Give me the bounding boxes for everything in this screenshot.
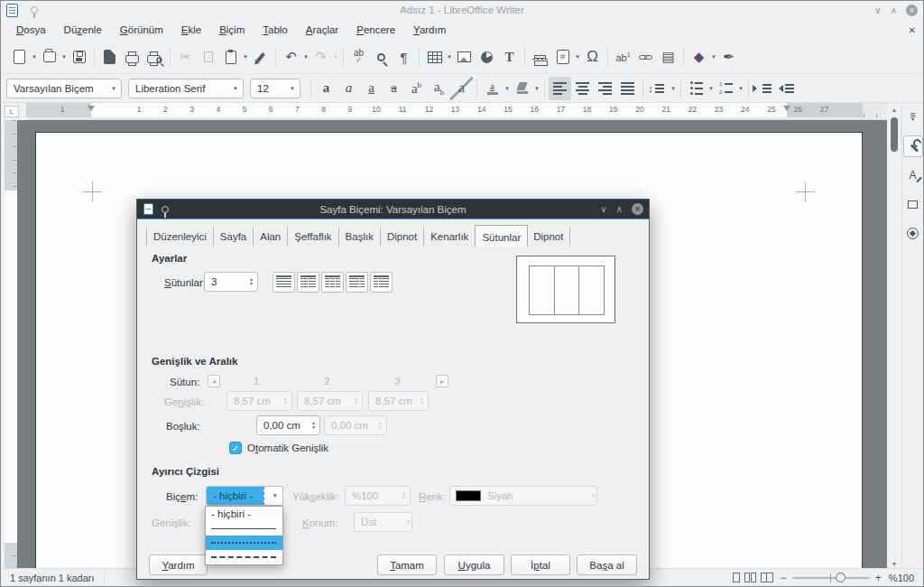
undo-button[interactable]: ↶ <box>280 45 302 69</box>
insert-footnote-button[interactable]: ab1 <box>612 45 634 69</box>
line-style-option-none[interactable]: - hiçbiri - <box>206 507 282 521</box>
menu-yardim[interactable]: Yardım <box>405 22 454 38</box>
basic-shapes-button[interactable]: ◆ <box>688 45 710 69</box>
scroll-up-icon[interactable]: ▴ <box>892 103 896 116</box>
apply-button[interactable]: Uygula <box>444 554 504 575</box>
numbered-list-dropdown[interactable]: ▾ <box>737 85 744 92</box>
highlight-color-button[interactable] <box>511 77 533 100</box>
preset-three-columns-button[interactable] <box>321 272 344 293</box>
column-next-button[interactable]: ▸ <box>436 375 448 387</box>
save-button[interactable] <box>68 45 90 69</box>
clone-formatting-button[interactable] <box>249 45 272 69</box>
subscript-button[interactable]: ab <box>428 77 450 100</box>
line-style-combobox[interactable]: - hiçbiri - ▾ <box>206 486 283 506</box>
numbered-list-button[interactable] <box>715 77 737 100</box>
align-justify-button[interactable] <box>616 77 639 100</box>
sidebar-gallery-button[interactable] <box>903 193 923 215</box>
superscript-button[interactable]: ab <box>405 77 428 100</box>
spacing-2-spinbox[interactable]: 0,00 cm▴▾ <box>324 415 387 435</box>
line-spacing-button[interactable]: ↕ <box>647 77 670 100</box>
menu-duzenle[interactable]: Düzenle <box>56 22 110 38</box>
insert-image-button[interactable] <box>453 45 476 69</box>
insert-table-button[interactable] <box>423 45 446 69</box>
menu-gorunum[interactable]: Görünüm <box>112 22 171 38</box>
tab-dipnot-1[interactable]: Dipnot <box>381 227 424 247</box>
spelling-button[interactable]: ab✓ <box>347 45 370 69</box>
menu-pencere[interactable]: Pencere <box>348 22 403 38</box>
single-page-view-button[interactable] <box>733 573 740 582</box>
special-character-button[interactable]: Ω <box>581 45 604 69</box>
menu-araclar[interactable]: Araçlar <box>298 22 346 38</box>
preset-one-column-button[interactable] <box>273 272 295 293</box>
find-replace-button[interactable] <box>370 45 393 69</box>
preset-right-wide-button[interactable] <box>370 272 393 293</box>
tab-sutunlar[interactable]: Sütunlar <box>475 225 528 247</box>
copy-button[interactable] <box>197 45 219 69</box>
horizontal-ruler[interactable]: 1 12345678910111213141516171819202122232… <box>26 103 889 120</box>
tab-stop-selector[interactable]: L <box>5 106 19 117</box>
tab-baslik[interactable]: Başlık <box>339 227 381 247</box>
multi-page-view-button[interactable] <box>744 573 756 582</box>
cancel-button[interactable]: İptal <box>511 554 570 575</box>
bullet-list-button[interactable] <box>685 77 707 100</box>
document-close-icon[interactable]: ✕ <box>909 25 916 35</box>
align-left-button[interactable] <box>549 77 571 100</box>
right-margin-marker[interactable] <box>783 106 790 115</box>
vertical-scrollbar[interactable]: ▴ ▾ <box>887 103 901 570</box>
export-pdf-button[interactable] <box>98 45 121 69</box>
help-button[interactable]: Yardım <box>149 554 208 575</box>
italic-button[interactable]: a <box>337 77 360 100</box>
font-color-button[interactable]: a <box>481 77 504 100</box>
book-view-button[interactable] <box>761 573 773 582</box>
paste-dropdown[interactable]: ▾ <box>242 53 249 61</box>
paragraph-style-combobox[interactable]: Varsayılan Biçem ▾ <box>6 79 122 98</box>
new-document-dropdown[interactable]: ▾ <box>31 53 38 61</box>
width-2-spinbox[interactable]: 8,57 cm▴▾ <box>297 391 363 411</box>
clear-formatting-button[interactable]: a <box>450 77 473 100</box>
new-document-button[interactable] <box>8 45 31 69</box>
menu-dosya[interactable]: Dosya <box>8 22 54 38</box>
insert-textbox-button[interactable]: T <box>498 45 521 69</box>
width-3-spinbox[interactable]: 8,57 cm▴▾ <box>368 391 429 411</box>
print-button[interactable] <box>121 45 143 69</box>
columns-count-spinbox[interactable]: 3 ▴▾ <box>204 272 258 292</box>
insert-comment-button[interactable]: ▤ <box>657 45 679 69</box>
window-titlebar[interactable]: Adsız 1 - LibreOffice Writer ∨ ∧ ✕ <box>1 1 923 19</box>
cut-button[interactable]: ✂ <box>174 45 197 69</box>
formatting-marks-button[interactable]: ¶ <box>393 45 415 69</box>
paste-button[interactable] <box>219 45 242 69</box>
tab-sayfa[interactable]: Sayfa <box>214 227 254 247</box>
highlight-color-dropdown[interactable]: ▾ <box>533 85 541 92</box>
sidebar-styles-button[interactable]: A <box>903 164 923 186</box>
open-button[interactable] <box>38 45 60 69</box>
line-style-option-dashed[interactable] <box>206 550 282 564</box>
menu-bicim[interactable]: Biçim <box>211 22 253 38</box>
redo-dropdown[interactable]: ▾ <box>332 53 339 61</box>
underline-button[interactable]: a <box>360 77 383 100</box>
insert-field-button[interactable]: # <box>551 45 574 69</box>
left-margin-marker[interactable] <box>88 106 95 115</box>
column-prev-button[interactable]: ◂ <box>208 375 220 387</box>
zoom-slider[interactable] <box>792 577 870 579</box>
draw-functions-button[interactable]: ✒ <box>717 45 740 69</box>
font-color-dropdown[interactable]: ▾ <box>504 85 511 92</box>
bullet-list-dropdown[interactable]: ▾ <box>707 85 715 92</box>
tab-alan[interactable]: Alan <box>254 227 288 247</box>
print-preview-button[interactable] <box>143 45 166 69</box>
tab-kenarlik[interactable]: Kenarlık <box>424 227 476 247</box>
tab-seffaflik[interactable]: Şeffaflık <box>288 227 338 247</box>
line-position-combobox[interactable]: Üst ▾ <box>354 512 412 532</box>
width-1-spinbox[interactable]: 8,57 cm▴▾ <box>226 391 292 411</box>
tab-duzenleyici[interactable]: Düzenleyici <box>146 227 214 247</box>
vertical-ruler[interactable] <box>5 120 17 568</box>
preset-left-wide-button[interactable] <box>346 272 368 293</box>
font-name-combobox[interactable]: Liberation Serif ▾ <box>128 79 244 98</box>
line-style-option-dotted[interactable] <box>206 536 282 550</box>
increase-indent-button[interactable] <box>753 77 775 100</box>
decrease-indent-button[interactable] <box>775 77 798 100</box>
insert-chart-button[interactable] <box>476 45 498 69</box>
page-break-button[interactable] <box>529 45 551 69</box>
line-color-combobox[interactable]: Siyah ▾ <box>449 486 597 506</box>
align-right-button[interactable] <box>594 77 616 100</box>
autowidth-checkbox[interactable]: ✓ <box>229 442 242 454</box>
